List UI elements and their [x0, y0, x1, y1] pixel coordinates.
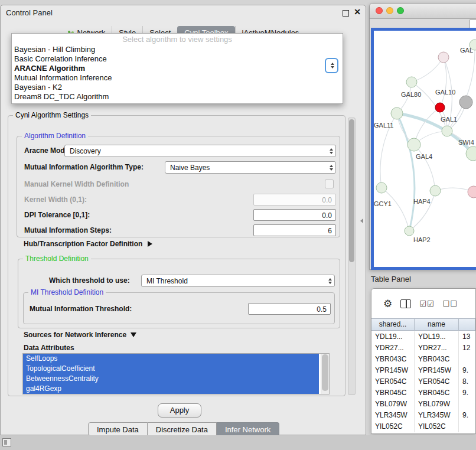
- data-attributes-list: SelfLoopsTopologicalCoefficientBetweenne…: [22, 353, 330, 394]
- cell-shared-name: YDL19...: [371, 331, 415, 343]
- bottom-tabs: Impute DataDiscretize DataInfer Network: [88, 422, 279, 436]
- network-edge[interactable]: [414, 145, 435, 191]
- network-node[interactable]: [391, 107, 403, 119]
- algorithm-definition-title: Algorithm Definition: [22, 132, 88, 140]
- bottom-tab[interactable]: Impute Data: [88, 422, 148, 436]
- data-attribute-item[interactable]: gal4RGexp: [23, 384, 319, 394]
- table-row[interactable]: YDR27... YDR27... 12: [371, 343, 475, 354]
- settings-group-title: Cyni Algorithm Settings: [13, 111, 91, 119]
- data-attribute-item[interactable]: BetweennessCentrality: [23, 374, 319, 384]
- table-body: YDL19... YDL19... 13 YDR27... YDR27... 1…: [371, 331, 475, 433]
- network-edge[interactable]: [397, 113, 415, 231]
- panel-splitter[interactable]: [360, 217, 363, 224]
- node-label: HAP4: [413, 198, 431, 205]
- kernel-width-field: 0.0: [253, 194, 336, 206]
- control-panel-titlebar: Control Panel ✕: [1, 5, 366, 21]
- cell-value: 8.: [459, 376, 475, 387]
- cell-name: YBL079W: [415, 399, 459, 410]
- mi-algorithm-type-combobox[interactable]: Naive Bayes: [165, 161, 336, 174]
- cell-shared-name: YBR045C: [371, 387, 415, 399]
- dropdown-item[interactable]: Bayesian - K2: [12, 83, 343, 92]
- network-node[interactable]: [376, 182, 387, 193]
- table-row[interactable]: YER054C YER054C 8.: [371, 376, 475, 387]
- desktop: Control Panel ✕ Network Style Select Cyn…: [0, 0, 476, 450]
- mi-threshold-definition-group: MI Threshold Definition Mutual Informati…: [23, 292, 335, 324]
- combo-arrows-icon: [330, 165, 333, 171]
- mi-steps-field[interactable]: 6: [253, 224, 336, 236]
- table-row[interactable]: YBR043C YBR043C: [371, 354, 475, 365]
- table-header-cell[interactable]: shared...: [371, 319, 415, 330]
- network-node[interactable]: [430, 185, 441, 196]
- cell-shared-name: YER054C: [371, 376, 415, 387]
- unchecked-boxes-icon[interactable]: ☐☐: [443, 299, 458, 308]
- expand-right-icon: [148, 241, 152, 247]
- table-row[interactable]: YIL052C YIL052C: [371, 421, 475, 432]
- network-edge[interactable]: [412, 57, 444, 82]
- scrollbar-thumb[interactable]: [322, 354, 328, 391]
- table-header-cell[interactable]: name: [415, 319, 459, 330]
- which-threshold-combobox[interactable]: MI Threshold: [141, 275, 335, 287]
- sources-expander[interactable]: Sources for Network Inference: [24, 331, 136, 339]
- network-node[interactable]: [407, 138, 420, 151]
- collapsed-panel-icon[interactable]: [2, 438, 11, 446]
- threshold-definition-group: Threshold Definition Which threshold to …: [18, 259, 340, 328]
- dpi-tolerance-label: DPI Tolerance [0,1]:: [24, 211, 90, 219]
- close-traffic-light[interactable]: [376, 7, 383, 14]
- dropdown-item[interactable]: Basic Correlation Inference: [12, 54, 343, 64]
- data-attribute-item[interactable]: SelfLoops: [23, 354, 319, 364]
- network-node[interactable]: [468, 186, 476, 198]
- network-node[interactable]: [438, 52, 449, 63]
- mi-algorithm-type-label: Mutual Information Algorithm Type:: [24, 163, 144, 171]
- table-panel-title: Table Panel: [371, 275, 411, 283]
- dropdown-item[interactable]: ARACNE Algorithm: [12, 64, 343, 73]
- settings-scrollbar[interactable]: [348, 118, 356, 395]
- network-view-window: GALGAL80GAL10GAL11GAL1SWI4GAL4GCY1HAP4HA…: [369, 3, 476, 270]
- cell-shared-name: YPR145W: [371, 365, 415, 376]
- network-edge[interactable]: [382, 188, 409, 231]
- hub-definition-expander[interactable]: Hub/Transcription Factor Definition: [24, 240, 152, 248]
- bottom-tab[interactable]: Discretize Data: [148, 422, 217, 436]
- manual-kernel-width-checkbox[interactable]: [325, 180, 334, 188]
- gear-icon[interactable]: ⚙: [383, 299, 392, 309]
- checked-boxes-icon[interactable]: ☑☑: [419, 299, 434, 308]
- cell-value: [459, 399, 475, 410]
- table-row[interactable]: YDL19... YDL19... 13: [371, 331, 475, 343]
- table-row[interactable]: YPR145W YPR145W 9.: [371, 365, 475, 376]
- network-canvas[interactable]: GALGAL80GAL10GAL11GAL1SWI4GAL4GCY1HAP4HA…: [371, 28, 476, 270]
- aracne-mode-combobox[interactable]: Discovery: [64, 145, 336, 157]
- attribute-list-scrollbar[interactable]: [321, 354, 329, 394]
- columns-icon[interactable]: [400, 299, 411, 308]
- table-row[interactable]: YBR045C YBR045C 9.: [371, 387, 475, 399]
- scrollbar-thumb[interactable]: [349, 119, 354, 262]
- data-attribute-item[interactable]: TopologicalCoefficient: [23, 364, 319, 374]
- network-node[interactable]: [405, 226, 414, 236]
- network-edge[interactable]: [440, 57, 446, 107]
- dpi-tolerance-field[interactable]: 0.0: [253, 209, 336, 221]
- sources-label: Sources for Network Inference: [24, 331, 126, 339]
- minimize-traffic-light[interactable]: [386, 7, 393, 14]
- network-node[interactable]: [406, 77, 417, 87]
- network-node[interactable]: [442, 126, 452, 136]
- algorithm-combobox-arrow[interactable]: [325, 58, 338, 73]
- table-row[interactable]: YLR345W YLR345W 9.: [371, 410, 475, 421]
- table-row[interactable]: YBL079W YBL079W: [371, 399, 475, 410]
- bottom-tab[interactable]: Infer Network: [217, 422, 279, 436]
- cell-shared-name: YLR345W: [371, 410, 415, 421]
- cell-value: 9.: [459, 410, 475, 421]
- dropdown-item[interactable]: Dream8 DC_TDC Algorithm: [12, 92, 343, 102]
- float-window-icon[interactable]: [343, 10, 349, 17]
- algorithm-definition-group: Algorithm Definition Aracne Mode: Discov…: [17, 136, 340, 237]
- cell-shared-name: YBL079W: [371, 399, 415, 410]
- dropdown-item[interactable]: Mutual Information Inference: [12, 73, 343, 83]
- cell-value: [459, 421, 475, 432]
- network-node[interactable]: [459, 96, 472, 109]
- mi-threshold-field[interactable]: 0.5: [248, 303, 331, 315]
- dropdown-item[interactable]: Bayesian - Hill Climbing: [12, 45, 343, 54]
- table-header-cell[interactable]: [459, 319, 475, 330]
- apply-button[interactable]: Apply: [158, 403, 201, 418]
- network-node[interactable]: [435, 103, 445, 112]
- expand-down-icon: [131, 332, 136, 337]
- node-label: GAL80: [401, 91, 421, 98]
- zoom-traffic-light[interactable]: [397, 7, 404, 14]
- close-icon[interactable]: ✕: [354, 7, 361, 17]
